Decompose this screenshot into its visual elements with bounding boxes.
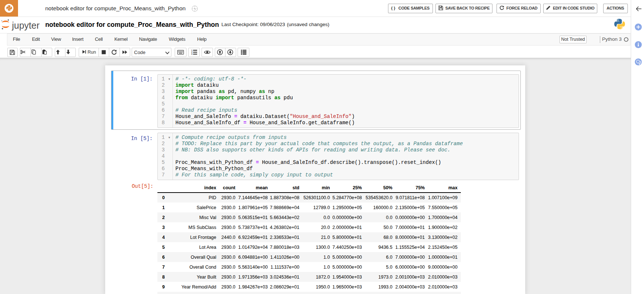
- svg-text:jupyter: jupyter: [12, 20, 40, 31]
- svg-text:3: 3: [191, 53, 192, 55]
